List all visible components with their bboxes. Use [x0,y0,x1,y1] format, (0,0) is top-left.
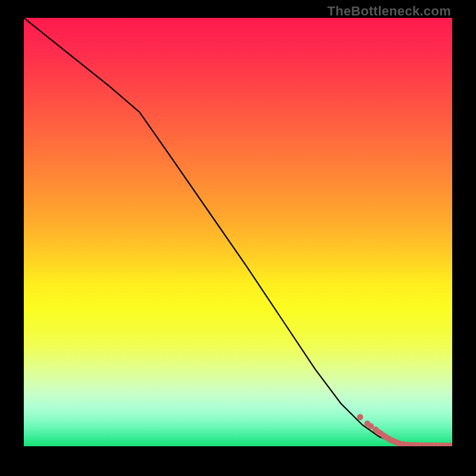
plot-area [24,18,452,446]
curve-layer [24,18,452,446]
chart-svg [24,18,452,446]
points-layer [357,414,452,446]
data-point [357,414,363,420]
main-curve [24,18,452,446]
watermark-text: TheBottleneck.com [327,4,451,19]
chart-frame: TheBottleneck.com [0,0,476,476]
